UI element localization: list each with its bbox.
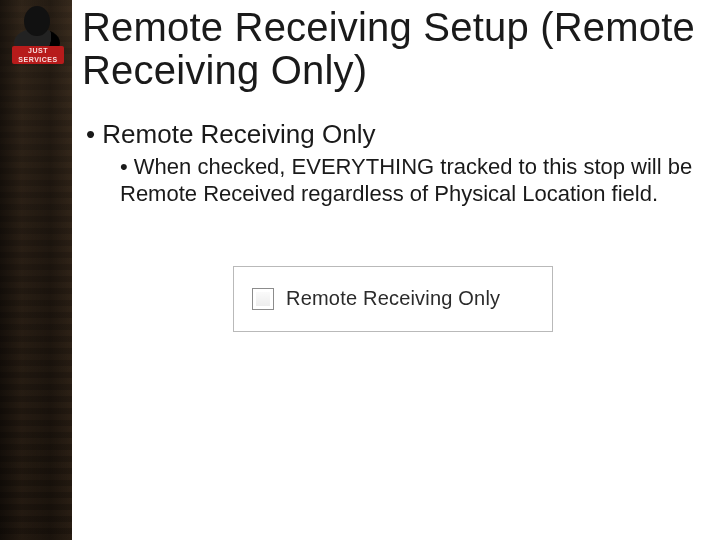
page-title: Remote Receiving Setup (Remote Receiving…	[82, 6, 704, 92]
bullet-level1: Remote Receiving Only When checked, EVER…	[86, 118, 704, 208]
screenshot-panel: Remote Receiving Only	[233, 266, 553, 332]
bullet-level1-text: Remote Receiving Only	[102, 119, 375, 149]
content-area: Remote Receiving Setup (Remote Receiving…	[72, 0, 720, 540]
remote-receiving-checkbox[interactable]	[252, 288, 274, 310]
bullet-sublist: When checked, EVERYTHING tracked to this…	[86, 153, 704, 208]
sidebar-texture: JUST SERVICES	[0, 0, 72, 540]
logo-text: JUST SERVICES	[12, 46, 64, 64]
logo-head-icon	[24, 6, 50, 36]
logo-text-line2: SERVICES	[18, 56, 57, 63]
bullet-level2-text: When checked, EVERYTHING tracked to this…	[120, 154, 692, 207]
bullet-level2: When checked, EVERYTHING tracked to this…	[120, 153, 704, 208]
logo-text-line1: JUST	[28, 47, 48, 54]
bullet-list: Remote Receiving Only When checked, EVER…	[82, 118, 704, 208]
brand-logo: JUST SERVICES	[8, 4, 64, 66]
slide: JUST SERVICES Remote Receiving Setup (Re…	[0, 0, 720, 540]
remote-receiving-checkbox-label: Remote Receiving Only	[286, 287, 500, 310]
